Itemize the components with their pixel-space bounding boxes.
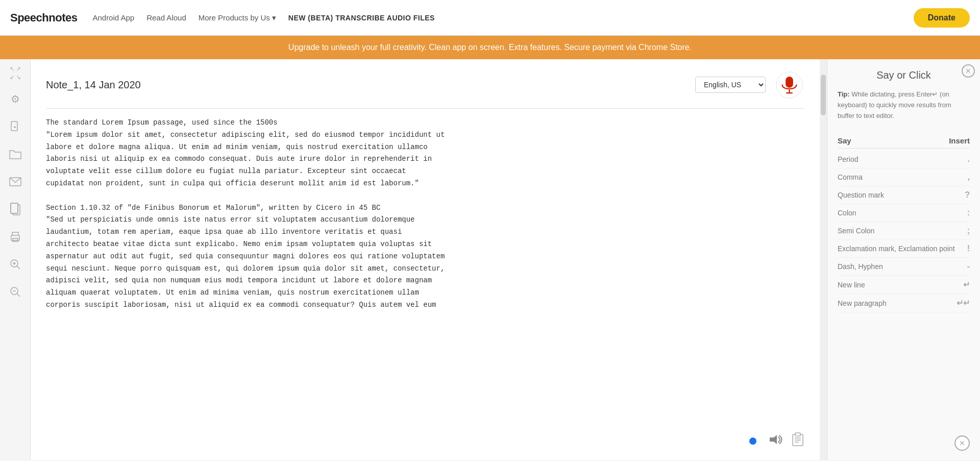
command-say: Question mark bbox=[838, 191, 884, 199]
bottom-close-button[interactable]: ✕ bbox=[954, 435, 970, 451]
zoom-in-icon[interactable] bbox=[6, 255, 24, 274]
upgrade-banner[interactable]: Upgrade to unleash your full creativity.… bbox=[0, 36, 980, 59]
command-insert: ? bbox=[965, 190, 970, 200]
svg-rect-22 bbox=[795, 433, 800, 436]
svg-rect-8 bbox=[13, 238, 18, 241]
command-insert: . bbox=[968, 155, 970, 164]
commands-header: Say Insert bbox=[838, 133, 970, 149]
tip-content: While dictating, press Enter↵ (on keyboa… bbox=[838, 90, 951, 119]
android-app-link[interactable]: Android App bbox=[92, 13, 134, 22]
command-row[interactable]: New line ↵ bbox=[838, 276, 970, 294]
command-row[interactable]: Question mark ? bbox=[838, 186, 970, 204]
command-row[interactable]: New paragraph ↵↵ bbox=[838, 294, 970, 312]
copy-icon[interactable] bbox=[6, 200, 24, 219]
scrollbar-track[interactable] bbox=[820, 59, 827, 460]
svg-rect-17 bbox=[786, 77, 793, 88]
header: Speechnotes Android App Read Aloud More … bbox=[0, 0, 980, 36]
folder-icon[interactable] bbox=[6, 145, 24, 163]
editor-footer bbox=[46, 427, 804, 450]
command-insert: ! bbox=[967, 244, 970, 253]
editor-controls: English, US bbox=[695, 69, 804, 100]
svg-line-10 bbox=[17, 266, 20, 269]
more-products-menu[interactable]: More Products by Us ▾ bbox=[199, 13, 276, 22]
command-row[interactable]: Colon : bbox=[838, 204, 970, 222]
command-say: Semi Colon bbox=[838, 227, 874, 235]
tip-label: Tip: bbox=[838, 90, 850, 98]
note-title: Note_1, 14 Jan 2020 bbox=[46, 79, 141, 91]
command-row[interactable]: Exclamation mark, Exclamation point ! bbox=[838, 240, 970, 258]
command-insert: : bbox=[967, 208, 970, 217]
command-row[interactable]: Period . bbox=[838, 151, 970, 168]
editor-divider bbox=[46, 108, 804, 109]
command-insert: ; bbox=[967, 226, 970, 235]
insert-header: Insert bbox=[949, 136, 970, 145]
svg-rect-5 bbox=[11, 203, 18, 213]
panel-close-button[interactable]: ✕ bbox=[962, 64, 975, 78]
banner-text: Upgrade to unleash your full creativity.… bbox=[288, 43, 692, 52]
right-panel: ✕ Say or Click Tip: While dictating, pre… bbox=[827, 59, 980, 460]
beta-label: NEW (BETA) TRANSCRIBE AUDIO FILES bbox=[288, 14, 435, 22]
command-say: Period bbox=[838, 155, 858, 163]
scrollbar-thumb[interactable] bbox=[821, 75, 826, 115]
command-row[interactable]: Dash, Hyphen - bbox=[838, 258, 970, 276]
command-insert: , bbox=[968, 173, 970, 182]
more-products-label: More Products by Us bbox=[199, 13, 270, 22]
main-nav: Android App Read Aloud More Products by … bbox=[92, 13, 898, 22]
left-sidebar: ↖↗ ↙↘ ⚙ bbox=[0, 59, 31, 460]
command-insert: - bbox=[967, 262, 970, 271]
donate-button[interactable]: Donate bbox=[914, 8, 970, 28]
settings-icon[interactable]: ⚙ bbox=[6, 90, 24, 108]
volume-icon[interactable] bbox=[769, 434, 783, 448]
command-insert: ↵ bbox=[963, 280, 970, 289]
svg-line-14 bbox=[17, 294, 20, 297]
expand-icon[interactable]: ↖↗ ↙↘ bbox=[10, 65, 21, 81]
expand-arrows: ↖↗ ↙↘ bbox=[10, 65, 21, 81]
tip-text: Tip: While dictating, press Enter↵ (on k… bbox=[838, 89, 970, 121]
print-icon[interactable] bbox=[6, 228, 24, 246]
commands-table: Say Insert Period . Comma , Question mar… bbox=[838, 133, 970, 312]
main-container: ↖↗ ↙↘ ⚙ bbox=[0, 59, 980, 460]
commands-list: Period . Comma , Question mark ? Colon :… bbox=[838, 151, 970, 312]
svg-rect-0 bbox=[11, 122, 17, 131]
chevron-down-icon: ▾ bbox=[272, 13, 276, 22]
command-say: Colon bbox=[838, 209, 856, 217]
command-say: Comma bbox=[838, 173, 863, 181]
command-say: New paragraph bbox=[838, 299, 887, 307]
read-aloud-link[interactable]: Read Aloud bbox=[146, 13, 186, 22]
command-row[interactable]: Comma , bbox=[838, 168, 970, 186]
say-header: Say bbox=[838, 136, 851, 145]
command-say: Exclamation mark, Exclamation point bbox=[838, 245, 955, 253]
microphone-button[interactable] bbox=[774, 69, 804, 100]
panel-title: Say or Click bbox=[838, 69, 970, 81]
add-document-icon[interactable] bbox=[6, 117, 24, 136]
language-select[interactable]: English, US bbox=[695, 77, 766, 93]
editor-header: Note_1, 14 Jan 2020 English, US bbox=[46, 69, 804, 100]
status-dot bbox=[749, 438, 756, 445]
command-insert: ↵↵ bbox=[957, 298, 970, 308]
editor-text[interactable]: The standard Lorem Ipsum passage, used s… bbox=[46, 117, 804, 427]
editor-area: Note_1, 14 Jan 2020 English, US The stan… bbox=[31, 59, 820, 460]
zoom-out-icon[interactable] bbox=[6, 283, 24, 301]
clipboard-icon[interactable] bbox=[791, 432, 804, 450]
command-say: Dash, Hyphen bbox=[838, 262, 883, 271]
command-say: New line bbox=[838, 281, 865, 289]
logo: Speechnotes bbox=[10, 11, 77, 25]
email-icon[interactable] bbox=[6, 173, 24, 191]
svg-marker-20 bbox=[770, 435, 777, 444]
command-row[interactable]: Semi Colon ; bbox=[838, 222, 970, 240]
